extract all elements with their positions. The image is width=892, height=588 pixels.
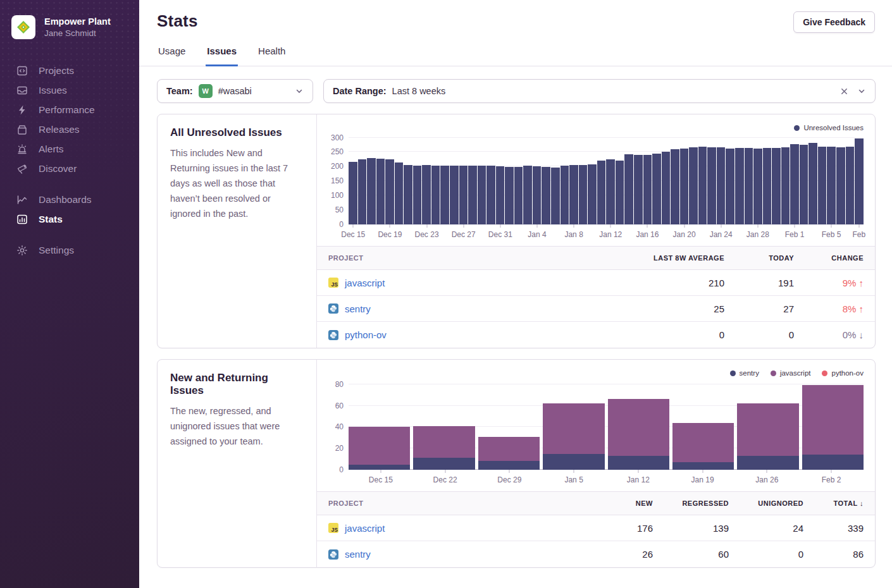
chart-bar[interactable] bbox=[662, 152, 671, 224]
column-header[interactable]: REGRESSED bbox=[653, 499, 729, 507]
chart-bar[interactable] bbox=[358, 159, 367, 224]
column-header[interactable]: NEW bbox=[593, 499, 653, 507]
chart-bar[interactable] bbox=[827, 147, 836, 224]
team-selector[interactable]: Team: W #wasabi bbox=[157, 79, 313, 103]
sidebar-item-releases[interactable]: Releases bbox=[0, 119, 139, 139]
chart-bar[interactable] bbox=[569, 165, 578, 224]
legend-item[interactable]: python-ov bbox=[822, 367, 864, 379]
sidebar-item-alerts[interactable]: Alerts bbox=[0, 139, 139, 159]
chart-bar[interactable] bbox=[514, 167, 523, 224]
tab-usage[interactable]: Usage bbox=[157, 46, 187, 66]
chart-bar[interactable] bbox=[836, 147, 845, 224]
chevron-down-icon[interactable] bbox=[857, 87, 866, 95]
legend-item[interactable]: Unresolved Issues bbox=[794, 122, 864, 133]
sidebar-item-stats[interactable]: Stats bbox=[0, 209, 139, 229]
chart-bar[interactable] bbox=[505, 167, 514, 224]
date-range-selector[interactable]: Date Range: Last 8 weeks bbox=[323, 79, 876, 103]
sidebar-item-dashboards[interactable]: Dashboards bbox=[0, 190, 139, 209]
chart-bar[interactable] bbox=[800, 145, 808, 224]
chart-bar[interactable] bbox=[790, 144, 799, 224]
project-link[interactable]: javascript bbox=[345, 523, 385, 534]
sidebar-item-performance[interactable]: Performance bbox=[0, 100, 139, 119]
chart-bar[interactable] bbox=[763, 148, 772, 224]
legend-item[interactable]: sentry bbox=[730, 367, 759, 379]
column-header[interactable]: CHANGE bbox=[794, 254, 864, 262]
chart-bar[interactable] bbox=[616, 161, 624, 224]
column-header[interactable]: PROJECT bbox=[328, 499, 593, 507]
chart-bar[interactable] bbox=[551, 168, 560, 224]
chart-bar[interactable] bbox=[745, 148, 753, 224]
chart-bar[interactable] bbox=[349, 162, 357, 224]
chart-bar[interactable] bbox=[753, 149, 762, 224]
chart-bar[interactable] bbox=[726, 149, 734, 224]
chart-bar[interactable] bbox=[634, 155, 643, 224]
chart-bar[interactable] bbox=[486, 166, 495, 224]
chart-bar[interactable] bbox=[385, 159, 394, 224]
column-header[interactable]: TOTAL ↓ bbox=[803, 499, 864, 507]
chart-bar[interactable] bbox=[689, 147, 698, 224]
chart-bar[interactable] bbox=[395, 162, 404, 224]
chart-bar[interactable] bbox=[597, 161, 606, 224]
chart-bar[interactable] bbox=[561, 166, 569, 224]
chart-bar[interactable] bbox=[717, 147, 726, 224]
chart-bar[interactable] bbox=[478, 166, 486, 224]
column-header[interactable]: TODAY bbox=[724, 254, 794, 262]
sidebar-item-issues[interactable]: Issues bbox=[0, 80, 139, 100]
chart-bar[interactable] bbox=[808, 143, 817, 224]
chart-bar[interactable] bbox=[606, 159, 615, 224]
chart-bar[interactable] bbox=[468, 166, 477, 224]
org-switcher[interactable]: Empower Plant Jane Schmidt bbox=[0, 10, 139, 44]
chart-bar[interactable] bbox=[643, 155, 652, 224]
column-header[interactable]: UNIGNORED bbox=[729, 499, 803, 507]
chart-bar[interactable] bbox=[422, 165, 431, 224]
chart-bar[interactable] bbox=[624, 154, 633, 224]
sidebar-item-discover[interactable]: Discover bbox=[0, 159, 139, 178]
legend-item[interactable]: javascript bbox=[771, 367, 811, 379]
chart-bar[interactable] bbox=[846, 147, 855, 224]
chart-bar[interactable] bbox=[459, 166, 468, 224]
sidebar-item-settings[interactable]: Settings bbox=[0, 240, 139, 260]
chart-stacked-bar[interactable] bbox=[737, 403, 798, 470]
chart-stacked-bar[interactable] bbox=[543, 403, 604, 470]
chart-bar[interactable] bbox=[496, 166, 505, 224]
give-feedback-button[interactable]: Give Feedback bbox=[793, 11, 875, 33]
chart-bar[interactable] bbox=[450, 166, 459, 224]
chart-bar[interactable] bbox=[588, 164, 597, 224]
tab-health[interactable]: Health bbox=[257, 46, 287, 66]
project-link[interactable]: javascript bbox=[345, 278, 385, 288]
chart-bar[interactable] bbox=[781, 147, 790, 224]
clear-date-range-icon[interactable] bbox=[840, 87, 848, 95]
chart-bar[interactable] bbox=[652, 154, 661, 224]
tab-issues[interactable]: Issues bbox=[206, 46, 238, 66]
chart-bar[interactable] bbox=[735, 148, 744, 224]
chart-bar[interactable] bbox=[579, 165, 588, 224]
chart-stacked-bar[interactable] bbox=[672, 423, 734, 470]
chart-bar[interactable] bbox=[855, 138, 864, 224]
chart-bar[interactable] bbox=[367, 158, 376, 224]
chart-bar[interactable] bbox=[818, 147, 827, 224]
project-link[interactable]: python-ov bbox=[345, 329, 387, 340]
chart-bar[interactable] bbox=[404, 165, 412, 224]
column-header[interactable]: LAST 8W AVERAGE bbox=[629, 254, 724, 262]
chart-bar[interactable] bbox=[680, 149, 689, 224]
chart-stacked-bar[interactable] bbox=[608, 399, 669, 470]
chart-bar[interactable] bbox=[431, 166, 440, 224]
sidebar-item-projects[interactable]: Projects bbox=[0, 61, 139, 80]
chart-bar[interactable] bbox=[440, 166, 449, 224]
chart-stacked-bar[interactable] bbox=[802, 385, 864, 470]
project-link[interactable]: sentry bbox=[345, 549, 371, 560]
chart-bar[interactable] bbox=[671, 149, 679, 224]
project-link[interactable]: sentry bbox=[345, 303, 371, 314]
chart-stacked-bar[interactable] bbox=[413, 426, 474, 470]
chart-bar[interactable] bbox=[542, 167, 550, 224]
chart-bar[interactable] bbox=[523, 166, 532, 224]
chart-stacked-bar[interactable] bbox=[478, 437, 540, 470]
chart-bar[interactable] bbox=[698, 147, 707, 224]
chart-bar[interactable] bbox=[376, 159, 385, 224]
chart-bar[interactable] bbox=[707, 147, 716, 224]
column-header[interactable]: PROJECT bbox=[328, 254, 629, 262]
chart-bar[interactable] bbox=[533, 166, 542, 224]
chart-bar[interactable] bbox=[413, 166, 422, 224]
chart-stacked-bar[interactable] bbox=[349, 427, 410, 470]
chart-bar[interactable] bbox=[772, 148, 781, 224]
